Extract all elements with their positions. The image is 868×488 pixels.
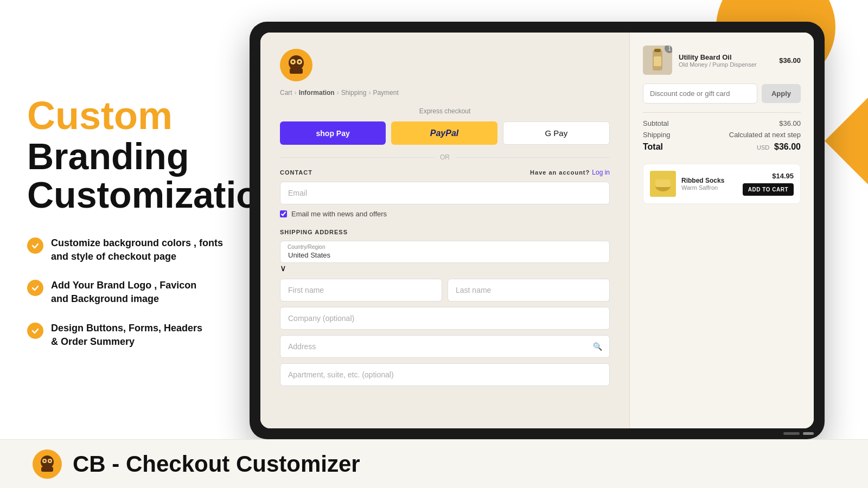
svg-point-6 bbox=[298, 61, 301, 63]
subtotal-row: Subtotal $36.00 bbox=[643, 119, 801, 127]
apartment-input[interactable] bbox=[280, 363, 610, 386]
breadcrumb-cart: Cart bbox=[280, 89, 292, 97]
upsell-item: Ribbed Socks Warm Saffron $14.95 ADD TO … bbox=[643, 164, 801, 204]
check-icon-1 bbox=[27, 237, 43, 254]
nav-dot-1 bbox=[783, 432, 800, 435]
bottom-title: CB - Checkout Customizer bbox=[73, 451, 360, 477]
shipping-section-label: SHIPPING ADDRESS bbox=[280, 229, 610, 235]
address-field-wrapper: 🔍 bbox=[280, 335, 610, 358]
breadcrumb-payment: Payment bbox=[373, 89, 398, 97]
heading-branding: Branding bbox=[27, 137, 233, 176]
svg-rect-13 bbox=[655, 179, 671, 187]
upsell-image bbox=[650, 171, 676, 197]
country-select[interactable]: United States bbox=[280, 241, 610, 263]
address-input[interactable] bbox=[280, 335, 610, 358]
nav-dot-2 bbox=[803, 432, 814, 435]
decorative-triangle-right bbox=[825, 98, 868, 184]
express-buttons: shop Pay PayPal G Pay bbox=[280, 121, 610, 145]
name-row bbox=[280, 279, 610, 307]
svg-point-5 bbox=[292, 61, 294, 63]
shoppay-button[interactable]: shop Pay bbox=[280, 121, 386, 145]
email-checkbox-label: Email me with news and offers bbox=[291, 210, 387, 218]
svg-rect-16 bbox=[41, 467, 53, 472]
order-summary-panel: 1 Utility Beard Oil Old Money / Pump Dis… bbox=[629, 33, 814, 428]
country-select-wrapper: Country/Region United States ∨ bbox=[280, 241, 610, 273]
product-info-1: Utility Beard Oil Old Money / Pump Dispe… bbox=[679, 53, 773, 68]
order-item-1: 1 Utility Beard Oil Old Money / Pump Dis… bbox=[643, 46, 801, 75]
express-checkout-label: Express checkout bbox=[280, 107, 610, 115]
email-input[interactable] bbox=[280, 182, 610, 204]
apply-button[interactable]: Apply bbox=[762, 84, 801, 103]
account-prompt: Have an account? Log in bbox=[530, 169, 610, 176]
subtotal-value: $36.00 bbox=[779, 119, 801, 127]
gpay-button[interactable]: G Pay bbox=[503, 121, 610, 145]
left-panel: Custom Branding Customization Customize … bbox=[0, 0, 260, 445]
check-icon-2 bbox=[27, 280, 43, 296]
contact-section-label: CONTACT Have an account? Log in bbox=[280, 169, 610, 176]
tablet-screen: Cart › Information › Shipping › Payment … bbox=[260, 33, 814, 428]
shipping-value: Calculated at next step bbox=[729, 131, 801, 139]
check-icon-3 bbox=[27, 323, 43, 339]
email-checkbox[interactable] bbox=[280, 210, 287, 217]
heading-custom: Custom bbox=[27, 96, 233, 135]
svg-rect-2 bbox=[290, 68, 303, 74]
svg-point-19 bbox=[43, 460, 46, 462]
feature-item-2: Add Your Brand Logo , Favicon and Backgr… bbox=[27, 279, 233, 306]
total-label: Total bbox=[643, 142, 663, 152]
heading-customization: Customization bbox=[27, 176, 233, 214]
tablet-nav bbox=[783, 432, 814, 435]
breadcrumb-information: Information bbox=[299, 89, 335, 97]
search-icon: 🔍 bbox=[593, 342, 602, 351]
discount-input[interactable] bbox=[643, 84, 757, 104]
tablet-mockup: Cart › Information › Shipping › Payment … bbox=[250, 22, 825, 439]
log-in-link[interactable]: Log in bbox=[592, 169, 610, 176]
checkout-left-panel: Cart › Information › Shipping › Payment … bbox=[260, 33, 629, 428]
svg-rect-9 bbox=[654, 49, 661, 52]
feature-text-3: Design Buttons, Forms, Headers & Order S… bbox=[51, 322, 202, 349]
upsell-subtitle: Warm Saffron bbox=[681, 184, 737, 191]
add-to-cart-button[interactable]: ADD TO CART bbox=[743, 183, 794, 196]
product-subtitle-1: Old Money / Pump Dispenser bbox=[679, 61, 773, 68]
first-name-input[interactable] bbox=[280, 279, 442, 301]
upsell-name: Ribbed Socks bbox=[681, 177, 737, 184]
product-name-1: Utility Beard Oil bbox=[679, 53, 773, 61]
feature-text-2: Add Your Brand Logo , Favicon and Backgr… bbox=[51, 279, 196, 306]
store-logo bbox=[280, 49, 312, 81]
last-name-input[interactable] bbox=[448, 279, 610, 301]
upsell-info: Ribbed Socks Warm Saffron bbox=[681, 177, 737, 191]
svg-rect-10 bbox=[654, 56, 661, 66]
upsell-price: $14.95 bbox=[772, 172, 794, 180]
feature-list: Customize background colors , fonts and … bbox=[27, 236, 233, 349]
feature-item-3: Design Buttons, Forms, Headers & Order S… bbox=[27, 322, 233, 349]
paypal-button[interactable]: PayPal bbox=[391, 121, 497, 145]
total-value: USD $36.00 bbox=[757, 142, 801, 152]
totals-section: Subtotal $36.00 Shipping Calculated at n… bbox=[643, 112, 801, 155]
or-divider: OR bbox=[280, 153, 610, 161]
chevron-down-icon: ∨ bbox=[280, 264, 286, 273]
subtotal-label: Subtotal bbox=[643, 119, 669, 127]
grand-total-row: Total USD $36.00 bbox=[643, 142, 801, 152]
company-input[interactable] bbox=[280, 307, 610, 330]
bottom-logo bbox=[33, 450, 62, 479]
svg-point-20 bbox=[49, 460, 51, 462]
upsell-right: $14.95 ADD TO CART bbox=[743, 172, 794, 196]
product-price-1: $36.00 bbox=[779, 56, 801, 65]
shipping-row: Shipping Calculated at next step bbox=[643, 131, 801, 139]
email-checkbox-row: Email me with news and offers bbox=[280, 210, 610, 218]
feature-text-1: Customize background colors , fonts and … bbox=[51, 236, 223, 264]
shipping-label: Shipping bbox=[643, 131, 671, 139]
breadcrumb-shipping: Shipping bbox=[341, 89, 367, 97]
bottom-bar: CB - Checkout Customizer bbox=[0, 439, 868, 488]
product-image-1: 1 bbox=[643, 46, 672, 75]
country-label: Country/Region bbox=[288, 244, 325, 250]
discount-row: Apply bbox=[643, 84, 801, 104]
breadcrumb: Cart › Information › Shipping › Payment bbox=[280, 89, 610, 97]
feature-item-1: Customize background colors , fonts and … bbox=[27, 236, 233, 264]
